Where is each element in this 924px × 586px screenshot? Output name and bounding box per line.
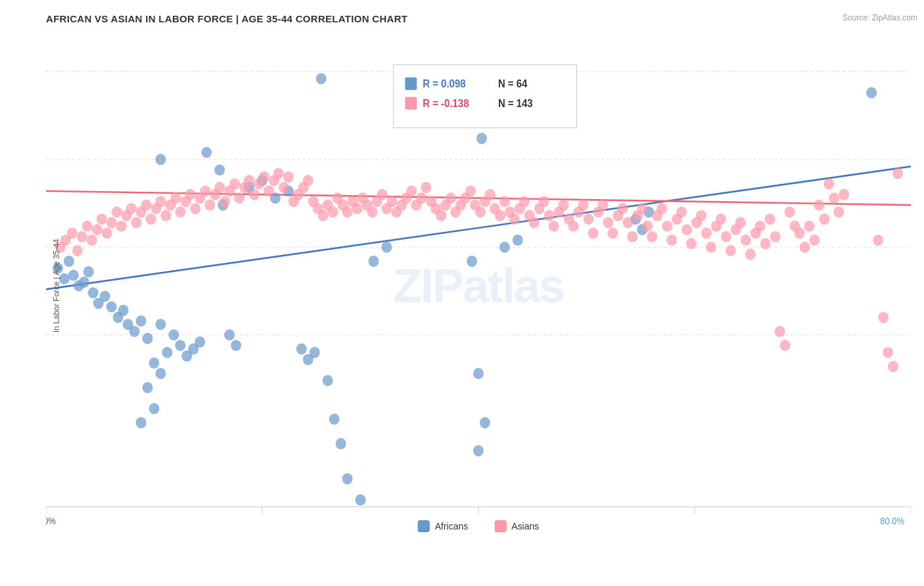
svg-point-94 <box>102 227 112 238</box>
svg-point-230 <box>770 231 781 242</box>
scatter-plot: 100.0% 87.5% 75.0% 62.5% 0.0% 80.0% R = … <box>46 30 911 542</box>
svg-point-46 <box>175 340 185 351</box>
svg-point-240 <box>819 214 829 225</box>
svg-point-199 <box>617 203 628 214</box>
svg-point-212 <box>681 224 692 235</box>
svg-point-172 <box>485 189 496 200</box>
svg-point-209 <box>666 235 677 246</box>
svg-text:R = -0.138: R = -0.138 <box>423 97 469 109</box>
svg-point-34 <box>100 290 110 302</box>
svg-point-135 <box>303 175 313 186</box>
svg-point-235 <box>795 227 805 238</box>
svg-point-164 <box>446 192 456 204</box>
svg-point-228 <box>760 238 771 249</box>
svg-text:80.0%: 80.0% <box>880 516 904 527</box>
svg-point-82 <box>310 347 320 358</box>
svg-point-115 <box>204 200 215 211</box>
svg-point-231 <box>775 326 785 337</box>
svg-point-219 <box>716 214 726 225</box>
svg-rect-22 <box>405 97 417 110</box>
svg-point-140 <box>328 206 338 217</box>
svg-point-59 <box>323 375 333 386</box>
svg-point-66 <box>467 256 477 267</box>
svg-point-60 <box>329 413 340 424</box>
svg-point-123 <box>244 175 254 186</box>
svg-point-220 <box>721 231 731 242</box>
svg-rect-18 <box>393 64 576 127</box>
svg-point-179 <box>519 196 530 207</box>
svg-point-63 <box>356 494 366 505</box>
svg-point-184 <box>544 210 555 221</box>
svg-point-37 <box>118 305 129 316</box>
chart-title: AFRICAN VS ASIAN IN LABOR FORCE | AGE 35… <box>46 13 917 24</box>
svg-point-121 <box>234 192 244 204</box>
source-label: Source: ZipAtlas.com <box>843 13 917 22</box>
svg-point-201 <box>627 231 637 242</box>
svg-point-112 <box>190 203 200 214</box>
svg-point-238 <box>809 235 820 246</box>
chart-legend: Africans Asians <box>418 520 540 532</box>
svg-point-117 <box>214 182 225 193</box>
svg-point-111 <box>185 189 195 200</box>
svg-point-216 <box>701 227 712 238</box>
svg-point-191 <box>578 200 589 211</box>
svg-point-197 <box>607 227 618 238</box>
svg-point-90 <box>82 221 93 232</box>
svg-point-223 <box>735 217 746 228</box>
svg-point-229 <box>765 214 775 225</box>
svg-point-200 <box>622 217 633 228</box>
svg-point-120 <box>229 179 240 190</box>
svg-point-103 <box>146 214 156 225</box>
svg-point-227 <box>755 221 766 232</box>
svg-point-93 <box>97 214 107 225</box>
svg-point-35 <box>106 302 117 313</box>
svg-point-204 <box>642 221 653 232</box>
legend-asians: Asians <box>494 520 539 532</box>
svg-text:0.0%: 0.0% <box>46 516 56 527</box>
svg-point-185 <box>549 221 559 232</box>
svg-point-65 <box>381 242 392 253</box>
svg-point-89 <box>77 231 87 242</box>
chart-container: AFRICAN VS ASIAN IN LABOR FORCE | AGE 35… <box>0 0 924 586</box>
svg-point-100 <box>131 217 142 228</box>
svg-point-79 <box>155 368 166 379</box>
y-axis-label: In Labor Force | Age 35-44 <box>52 239 61 333</box>
svg-point-213 <box>686 238 697 249</box>
svg-point-156 <box>406 185 417 196</box>
svg-point-177 <box>509 214 520 225</box>
svg-point-241 <box>823 179 834 190</box>
svg-point-248 <box>883 347 893 358</box>
svg-point-39 <box>129 326 140 337</box>
svg-point-27 <box>64 256 74 267</box>
svg-point-77 <box>149 403 160 414</box>
svg-point-109 <box>175 206 185 217</box>
svg-point-106 <box>160 210 171 221</box>
svg-point-196 <box>603 217 613 228</box>
svg-point-42 <box>149 357 160 369</box>
svg-text:N = 143: N = 143 <box>498 97 533 109</box>
svg-point-84 <box>231 340 241 351</box>
svg-point-208 <box>662 221 672 232</box>
svg-point-175 <box>499 196 510 207</box>
svg-point-114 <box>200 185 210 196</box>
svg-point-97 <box>116 221 127 232</box>
svg-point-243 <box>833 206 844 217</box>
svg-point-52 <box>214 164 225 175</box>
svg-point-124 <box>249 189 260 200</box>
svg-point-102 <box>141 200 152 211</box>
svg-point-78 <box>136 417 147 428</box>
svg-point-193 <box>588 227 598 238</box>
svg-point-127 <box>264 185 274 196</box>
svg-point-244 <box>839 189 849 200</box>
svg-point-130 <box>279 182 289 193</box>
svg-point-80 <box>296 344 307 355</box>
svg-point-143 <box>342 206 353 217</box>
svg-point-96 <box>112 206 122 217</box>
svg-point-62 <box>342 473 353 484</box>
svg-point-249 <box>888 361 898 372</box>
svg-point-145 <box>352 203 363 214</box>
svg-point-224 <box>741 235 751 246</box>
svg-point-237 <box>804 221 814 232</box>
svg-point-195 <box>597 200 608 211</box>
svg-point-183 <box>539 196 549 207</box>
